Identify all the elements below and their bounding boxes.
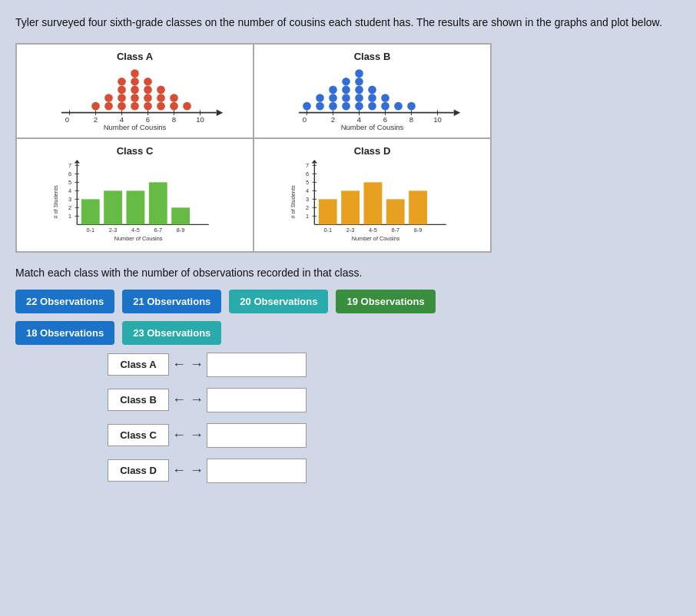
- arrow-d: ← →: [172, 462, 204, 479]
- svg-point-67: [368, 101, 376, 110]
- intro-text: Tyler surveyed four sixth-grade classes …: [15, 15, 681, 31]
- answer-box-b[interactable]: [207, 388, 307, 412]
- svg-text:5: 5: [306, 179, 309, 186]
- svg-point-30: [144, 78, 152, 86]
- obs-btn-20[interactable]: 20 Observations: [229, 290, 328, 313]
- svg-text:1: 1: [306, 213, 309, 220]
- svg-point-27: [144, 101, 152, 110]
- svg-point-25: [131, 78, 139, 86]
- svg-text:4-5: 4-5: [369, 226, 377, 233]
- svg-point-61: [342, 78, 350, 86]
- obs-btn-22[interactable]: 22 Observations: [15, 290, 114, 313]
- svg-text:10: 10: [196, 115, 204, 124]
- svg-point-69: [368, 85, 376, 94]
- svg-text:2: 2: [306, 204, 309, 211]
- answer-box-c[interactable]: [207, 423, 307, 448]
- graph-title-b: Class B: [262, 51, 482, 62]
- svg-point-23: [131, 94, 139, 102]
- svg-rect-123: [341, 190, 360, 224]
- svg-point-64: [355, 85, 363, 94]
- svg-point-19: [118, 94, 126, 102]
- svg-text:Number of Cousins: Number of Cousins: [341, 123, 404, 131]
- svg-text:4-5: 4-5: [131, 226, 140, 233]
- svg-point-16: [104, 101, 113, 110]
- svg-point-52: [303, 101, 311, 110]
- obs-btn-21[interactable]: 21 Observations: [122, 290, 221, 313]
- class-box-c: Class C: [108, 424, 169, 446]
- svg-text:7: 7: [306, 162, 309, 169]
- svg-text:3: 3: [68, 196, 71, 203]
- svg-text:6-7: 6-7: [391, 226, 399, 233]
- answer-box-d[interactable]: [207, 459, 307, 483]
- match-row-c: Class C ← →: [108, 423, 681, 448]
- svg-marker-104: [312, 160, 317, 164]
- svg-text:2: 2: [331, 115, 335, 124]
- svg-text:# of Students: # of Students: [52, 185, 59, 219]
- svg-text:4: 4: [306, 187, 309, 194]
- svg-rect-125: [364, 182, 383, 224]
- svg-text:5: 5: [68, 179, 71, 186]
- svg-text:6: 6: [68, 171, 71, 177]
- svg-point-29: [144, 85, 152, 94]
- svg-point-68: [368, 94, 376, 102]
- svg-point-62: [355, 101, 363, 110]
- answer-box-a[interactable]: [207, 353, 307, 377]
- svg-rect-100: [171, 207, 190, 224]
- svg-text:8: 8: [409, 115, 413, 124]
- svg-rect-129: [409, 190, 427, 224]
- match-row-d: Class D ← →: [108, 459, 681, 483]
- obs-btn-19[interactable]: 19 Observations: [336, 290, 435, 313]
- dotplot-b: 0 2 4 6 8 10 Number of Cousins: [262, 65, 482, 131]
- svg-text:2: 2: [94, 115, 98, 124]
- svg-text:6-7: 6-7: [154, 226, 162, 233]
- svg-point-73: [407, 101, 416, 110]
- svg-rect-96: [127, 190, 145, 224]
- svg-point-24: [131, 85, 139, 94]
- class-box-d: Class D: [108, 459, 169, 482]
- arrow-a: ← →: [172, 356, 204, 373]
- svg-text:2-3: 2-3: [109, 226, 118, 233]
- graph-cell-d: Class D 1 2 3 4 5 6: [254, 138, 491, 252]
- arrow-c: ← →: [172, 427, 204, 443]
- graph-cell-b: Class B 0 2 4 6 8 10 Number of Cousins: [254, 44, 491, 138]
- svg-text:2: 2: [68, 204, 71, 211]
- svg-point-33: [157, 85, 165, 94]
- svg-point-17: [104, 94, 113, 102]
- obs-btn-23[interactable]: 23 Observations: [122, 321, 221, 345]
- svg-point-31: [157, 101, 165, 110]
- svg-text:10: 10: [433, 115, 442, 124]
- match-intro: Match each class with the number of obse…: [15, 267, 681, 279]
- svg-rect-92: [81, 199, 100, 224]
- svg-text:8-9: 8-9: [414, 226, 423, 233]
- svg-point-56: [329, 94, 337, 102]
- obs-btn-18[interactable]: 18 Observations: [15, 321, 114, 345]
- svg-rect-94: [104, 190, 122, 224]
- match-row-b: Class B ← →: [108, 388, 681, 412]
- class-box-a: Class A: [108, 353, 169, 376]
- svg-point-66: [355, 69, 363, 78]
- graph-cell-a: Class A 0 2 4 6 8 10 Number o: [16, 44, 254, 138]
- svg-point-58: [342, 101, 350, 110]
- svg-text:1: 1: [68, 213, 71, 220]
- class-box-b: Class B: [108, 389, 169, 411]
- svg-text:Number of Cousins: Number of Cousins: [352, 234, 400, 241]
- svg-marker-1: [217, 109, 224, 116]
- svg-text:6: 6: [306, 171, 309, 177]
- barchart-c: 1 2 3 4 5 6 7 # of Students 0-1: [25, 160, 245, 244]
- graph-cell-c: Class C 1 2 3 4 5 6: [16, 138, 254, 252]
- svg-text:0-1: 0-1: [86, 226, 94, 233]
- svg-text:# of Students: # of Students: [290, 185, 297, 219]
- svg-point-71: [381, 94, 389, 102]
- svg-point-35: [170, 94, 178, 102]
- svg-text:3: 3: [306, 196, 309, 203]
- svg-rect-98: [149, 182, 167, 224]
- match-section: Class A ← → Class B ← → Class C ← → Clas…: [15, 353, 681, 483]
- svg-point-36: [183, 101, 191, 110]
- svg-text:4: 4: [68, 187, 71, 194]
- svg-text:7: 7: [68, 162, 71, 169]
- svg-point-72: [394, 101, 403, 110]
- observations-row-1: 22 Observations 21 Observations 20 Obser…: [15, 290, 681, 313]
- dotplot-a: 0 2 4 6 8 10 Number of Cousins: [25, 65, 245, 131]
- svg-point-26: [131, 69, 139, 78]
- svg-point-15: [91, 101, 100, 110]
